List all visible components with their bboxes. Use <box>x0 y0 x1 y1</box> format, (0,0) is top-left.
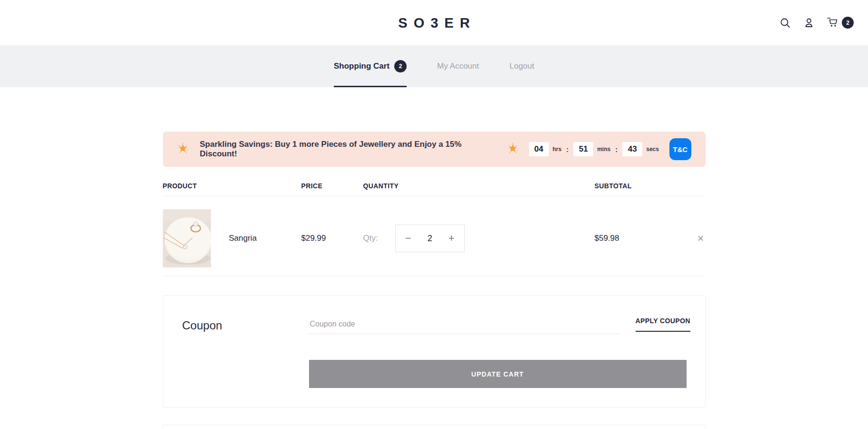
decrease-quantity-button[interactable]: − <box>405 233 411 244</box>
cart-icon <box>827 16 839 30</box>
promo-banner: Sparkling Savings: Buy 1 more Pieces of … <box>163 132 706 167</box>
quantity-control: Qty: − 2 + <box>363 225 595 252</box>
account-icon[interactable] <box>803 17 815 29</box>
cart-items-badge: 2 <box>394 60 407 72</box>
timer-minutes-value: 51 <box>573 142 593 156</box>
remove-item-button[interactable]: × <box>695 232 707 245</box>
product-name[interactable]: Sangria <box>211 234 301 243</box>
account-nav: Shopping Cart 2 My Account Logout <box>0 45 868 87</box>
terms-and-conditions-button[interactable]: T&C <box>669 138 691 160</box>
nav-tab-my-account[interactable]: My Account <box>437 45 479 87</box>
nav-tab-label: Logout <box>509 61 534 71</box>
nav-tab-logout[interactable]: Logout <box>509 45 534 87</box>
cart-totals-card-partial <box>163 425 706 429</box>
apply-coupon-button[interactable]: APPLY COUPON <box>636 317 690 332</box>
timer-seconds-value: 43 <box>622 142 642 156</box>
column-header-subtotal: SUBTOTAL <box>595 182 695 190</box>
increase-quantity-button[interactable]: + <box>449 233 455 244</box>
cart-count-badge: 2 <box>842 17 854 29</box>
item-subtotal: $59.98 <box>595 234 695 243</box>
coupon-section: Coupon APPLY COUPON UPDATE CART <box>163 296 706 408</box>
search-icon[interactable] <box>779 17 791 29</box>
promo-message: Sparkling Savings: Buy 1 more Pieces of … <box>200 140 498 159</box>
nav-tab-label: Shopping Cart <box>334 61 389 71</box>
quantity-stepper: − 2 + <box>395 225 465 252</box>
cart-table-header: PRODUCT PRICE QUANTITY SUBTOTAL <box>163 182 706 196</box>
product-image[interactable] <box>163 209 211 267</box>
brand-logo[interactable]: SO3ER <box>392 15 476 31</box>
sparkle-star-icon <box>177 142 189 156</box>
timer-hours-value: 04 <box>529 142 549 156</box>
update-cart-button[interactable]: UPDATE CART <box>309 360 687 388</box>
cart-item-row: Sangria $29.99 Qty: − 2 + $59.98 × <box>163 196 706 276</box>
header-icons: 2 <box>779 16 854 30</box>
cart-button[interactable]: 2 <box>827 16 854 30</box>
cart-page-content: Sparkling Savings: Buy 1 more Pieces of … <box>163 132 706 429</box>
timer-minutes-label: mins <box>597 146 610 153</box>
nav-tab-shopping-cart[interactable]: Shopping Cart 2 <box>334 45 407 87</box>
column-header-price: PRICE <box>301 182 363 190</box>
discount-countdown-timer: 04 hrs : 51 mins : 43 secs <box>529 142 659 156</box>
qty-label: Qty: <box>363 234 378 243</box>
site-header: SO3ER 2 <box>0 0 868 45</box>
timer-separator: : <box>615 145 618 153</box>
timer-seconds-label: secs <box>646 146 659 153</box>
coupon-title: Coupon <box>182 319 222 332</box>
active-tab-underline <box>334 86 407 87</box>
timer-separator: : <box>566 145 569 153</box>
column-header-product: PRODUCT <box>163 182 301 190</box>
coupon-code-input[interactable] <box>309 314 621 334</box>
sparkle-star-icon <box>507 142 519 156</box>
quantity-value[interactable]: 2 <box>428 234 432 244</box>
timer-hours-label: hrs <box>553 146 562 153</box>
nav-tab-label: My Account <box>437 61 479 71</box>
product-price: $29.99 <box>301 234 363 243</box>
column-header-quantity: QUANTITY <box>363 182 595 190</box>
